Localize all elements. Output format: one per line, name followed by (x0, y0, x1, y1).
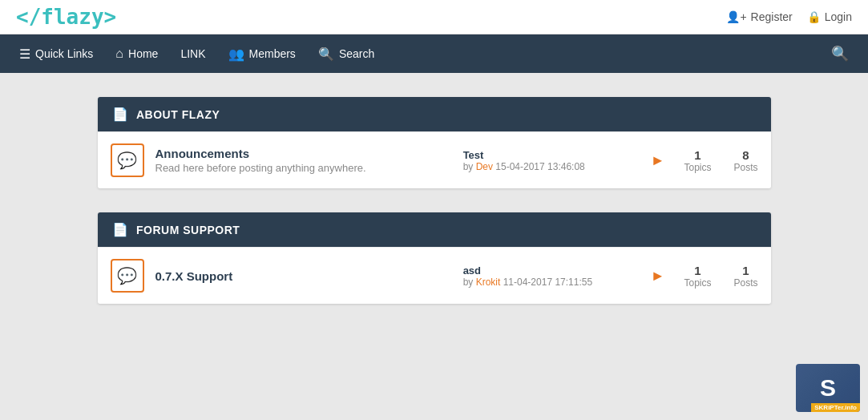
topics-label: Topics (684, 162, 711, 173)
register-icon: 👤+ (726, 10, 746, 23)
last-post-title: Test (463, 149, 632, 161)
topics-count: 1 (684, 148, 711, 162)
search-icon-right[interactable]: 🔍 (820, 45, 860, 63)
forum-stats: 1 Topics 8 Posts (684, 148, 757, 173)
posts-count: 1 (733, 264, 757, 277)
topics-stat: 1 Topics (684, 148, 711, 173)
rss-icon[interactable]: ► (643, 268, 673, 285)
forum-section-forum-support: 📄FORUM SUPPORT 💬 0.7.X Support asd by Kr… (98, 212, 771, 304)
section-title: FORUM SUPPORT (136, 224, 240, 236)
section-header: 📄FORUM SUPPORT (98, 212, 771, 247)
main-content: 📄ABOUT FLAZY 💬 Announcements Read here b… (90, 97, 779, 304)
register-link[interactable]: 👤+ Register (726, 10, 792, 23)
forum-row: 💬 0.7.X Support asd by Krokit 11-04-2017… (98, 247, 771, 304)
posts-label: Posts (733, 277, 757, 289)
site-logo: </flazy> (16, 5, 116, 29)
forum-section-about-flazy: 📄ABOUT FLAZY 💬 Announcements Read here b… (98, 97, 771, 188)
forum-chat-icon: 💬 (111, 143, 144, 177)
section-doc-icon: 📄 (112, 222, 129, 237)
forum-title-link[interactable]: 0.7.X Support (155, 269, 233, 283)
topics-stat: 1 Topics (684, 264, 711, 289)
forum-info: 0.7.X Support (155, 269, 444, 283)
last-post-meta: by Krokit 11-04-2017 17:11:55 (463, 277, 632, 288)
main-nav: ☰ Quick Links ⌂ Home LINK 👥 Members 🔍 Se… (0, 34, 868, 73)
members-icon: 👥 (228, 46, 244, 62)
rss-icon[interactable]: ► (643, 152, 673, 169)
posts-stat: 8 Posts (733, 148, 757, 173)
forum-last-post: asd by Krokit 11-04-2017 17:11:55 (455, 265, 632, 288)
forum-info: Announcements Read here before posting a… (155, 147, 444, 174)
home-icon: ⌂ (115, 46, 123, 61)
top-right-nav: 👤+ Register 🔒 Login (726, 10, 852, 23)
forum-description: Read here before posting anything anywhe… (155, 162, 444, 174)
sections-container: 📄ABOUT FLAZY 💬 Announcements Read here b… (98, 97, 771, 304)
topics-label: Topics (684, 277, 711, 289)
forum-last-post: Test by Dev 15-04-2017 13:46:08 (455, 149, 632, 172)
hamburger-icon: ☰ (19, 46, 30, 62)
posts-stat: 1 Posts (733, 264, 757, 289)
section-header: 📄ABOUT FLAZY (98, 97, 771, 131)
last-post-user-link[interactable]: Krokit (476, 277, 501, 288)
topics-count: 1 (684, 264, 711, 277)
login-link[interactable]: 🔒 Login (807, 10, 852, 23)
nav-members[interactable]: 👥 Members (217, 34, 307, 73)
top-bar: </flazy> 👤+ Register 🔒 Login (0, 0, 868, 34)
nav-quicklinks[interactable]: ☰ Quick Links (8, 34, 104, 73)
posts-count: 8 (733, 148, 757, 162)
search-icon-nav: 🔍 (318, 46, 334, 62)
forum-stats: 1 Topics 1 Posts (684, 264, 757, 289)
section-title: ABOUT FLAZY (136, 108, 220, 121)
login-icon: 🔒 (807, 10, 821, 23)
last-post-meta: by Dev 15-04-2017 13:46:08 (463, 161, 632, 172)
nav-search[interactable]: 🔍 Search (307, 34, 386, 73)
nav-link[interactable]: LINK (169, 34, 216, 73)
section-doc-icon: 📄 (112, 107, 129, 122)
nav-home[interactable]: ⌂ Home (104, 34, 169, 73)
last-post-user-link[interactable]: Dev (476, 161, 493, 172)
last-post-title: asd (463, 265, 632, 277)
posts-label: Posts (733, 162, 757, 173)
forum-row: 💬 Announcements Read here before posting… (98, 131, 771, 188)
forum-title-link[interactable]: Announcements (155, 147, 250, 160)
forum-chat-icon: 💬 (111, 259, 144, 293)
